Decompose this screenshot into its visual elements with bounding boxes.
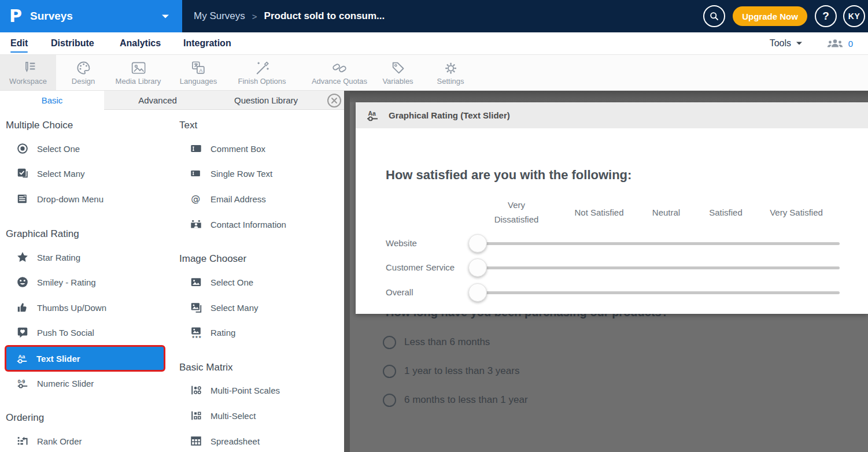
ribbon-item-workspace[interactable]: Workspace <box>0 55 56 90</box>
radio-button-icon[interactable] <box>383 336 396 349</box>
question-type-panel: BasicAdvancedQuestion Library Multiple C… <box>0 91 350 452</box>
question-type-thumbs-up-down[interactable]: Thumbs Up/Down <box>6 298 161 317</box>
question-type-contact-information[interactable]: Contact Information <box>179 214 334 234</box>
question-type-label: Star Rating <box>37 253 80 262</box>
menu-tab-analytics[interactable]: Analytics <box>120 32 161 54</box>
text-slider-icon: Aa <box>16 352 28 365</box>
question-type-multi-select[interactable]: Multi-Select <box>179 406 334 425</box>
panel-tab-basic[interactable]: Basic <box>0 91 104 110</box>
ribbon-item-label: Advance Quotas <box>312 77 367 86</box>
top-bar: P Surveys My Surveys > Product sold to c… <box>0 0 868 32</box>
settings-gear-icon <box>443 60 458 75</box>
preview-card-title: Graphical Rating (Text Slider) <box>389 110 510 120</box>
section-header-basic-matrix: Basic Matrix <box>179 361 233 375</box>
image-rating-icon: ★★★ <box>190 326 202 339</box>
breadcrumb-separator: > <box>252 12 257 21</box>
section-header-graphical-rating: Graphical Rating <box>6 227 79 241</box>
question-type-single-row-text[interactable]: Single Row Text <box>179 164 334 183</box>
matrix-points-icon <box>190 384 202 397</box>
slider-handle[interactable] <box>468 283 487 302</box>
workspace-icon <box>21 60 36 75</box>
question-type-smiley-rating[interactable]: Smiley - Rating <box>6 272 161 292</box>
ribbon-item-variables[interactable]: Variables <box>376 55 419 90</box>
ribbon-item-media-library[interactable]: Media Library <box>110 55 167 90</box>
ribbon-item-advance-quotas[interactable]: Advance Quotas <box>306 55 373 90</box>
breadcrumb-parent-link[interactable]: My Surveys <box>194 10 245 22</box>
section-header-text: Text <box>179 118 197 132</box>
panel-close-button[interactable] <box>326 92 342 109</box>
question-type-multi-point-scales[interactable]: Multi-Point Scales <box>179 380 334 400</box>
finish-options-wand-icon <box>254 60 269 75</box>
text-slider-icon: Aa <box>365 109 379 123</box>
text-slider-icon: Aa <box>365 109 379 123</box>
question-type-label: Select Many <box>37 169 85 179</box>
slider-handle[interactable] <box>468 258 487 277</box>
ribbon-item-design[interactable]: Design <box>66 55 101 90</box>
upgrade-now-button[interactable]: Upgrade Now <box>733 6 807 26</box>
question-type-select-one[interactable]: Select One <box>6 139 161 158</box>
question-type-push-to-social[interactable]: Push To Social <box>6 323 161 342</box>
breadcrumb-current-title: Product sold to consum... <box>264 10 385 22</box>
radio-icon <box>16 142 29 155</box>
svg-text:★★★: ★★★ <box>191 335 201 339</box>
radio-button-icon[interactable] <box>383 394 396 407</box>
radio-button-icon[interactable] <box>383 365 396 378</box>
ribbon-item-label: Workspace <box>9 77 47 86</box>
slider-row-website: Website <box>356 234 868 253</box>
question-type-rank-order[interactable]: Rank Order <box>6 431 161 451</box>
scale-label-neutral: Neutral <box>634 198 698 227</box>
preview-question-text: How satisfied are you with the following… <box>386 168 631 183</box>
collaborators-indicator[interactable]: 0 <box>826 32 853 54</box>
ribbon-item-label: Settings <box>437 77 464 86</box>
image-stack-icon <box>190 301 202 314</box>
menu-tab-integration[interactable]: Integration <box>183 32 231 54</box>
tools-label: Tools <box>770 38 791 49</box>
search-button[interactable] <box>703 5 725 27</box>
scale-label-not-satisfied: Not Satisfied <box>567 198 631 227</box>
question-type-star-rating[interactable]: Star Rating <box>6 247 161 267</box>
question-type-text-slider[interactable]: AaText Slider <box>5 345 165 372</box>
background-question-clipped: How long have you been purchasing our pr… <box>386 314 791 319</box>
question-type-select-many[interactable]: Select Many <box>179 298 334 317</box>
question-type-label: Contact Information <box>210 220 286 229</box>
product-switcher[interactable]: P Surveys <box>0 0 182 32</box>
comment-box-icon <box>190 142 202 155</box>
question-type-drop-down-menu[interactable]: Drop-down Menu <box>6 189 161 209</box>
ribbon-item-finish-options[interactable]: Finish Options <box>232 55 291 90</box>
panel-tab-question-library[interactable]: Question Library <box>211 91 321 110</box>
question-type-select-many[interactable]: Select Many <box>6 164 161 183</box>
question-type-label: Select One <box>37 144 80 154</box>
variables-tag-icon <box>390 60 405 75</box>
ribbon-item-settings[interactable]: Settings <box>431 55 470 90</box>
ribbon-item-label: Finish Options <box>238 77 286 86</box>
slider-track[interactable] <box>478 291 840 294</box>
slider-handle[interactable] <box>468 234 487 253</box>
tools-menu[interactable]: Tools <box>770 32 803 54</box>
menu-tab-edit[interactable]: Edit <box>10 32 28 54</box>
question-type-label: Smiley - Rating <box>37 277 96 287</box>
avatar-initials: KY <box>848 12 860 21</box>
slider-track[interactable] <box>478 242 840 245</box>
question-type-label: Email Address <box>210 194 266 204</box>
slider-track[interactable] <box>478 266 840 269</box>
question-type-spreadsheet[interactable]: Spreadsheet <box>179 431 334 451</box>
user-avatar[interactable]: KY <box>843 5 865 27</box>
help-button[interactable]: ? <box>815 5 837 27</box>
panel-tabs: BasicAdvancedQuestion Library <box>0 91 344 110</box>
close-icon <box>326 92 342 109</box>
question-type-rating[interactable]: ★★★Rating <box>179 323 334 342</box>
chevron-down-icon <box>161 14 169 20</box>
question-type-numeric-slider[interactable]: 0-9Numeric Slider <box>6 373 161 393</box>
menu-tab-distribute[interactable]: Distribute <box>51 32 94 54</box>
question-type-comment-box[interactable]: Comment Box <box>179 139 334 158</box>
panel-tab-advanced[interactable]: Advanced <box>104 91 211 110</box>
question-type-select-one[interactable]: Select One <box>179 272 334 292</box>
spreadsheet-icon <box>190 435 202 447</box>
ribbon-item-languages[interactable]: ALanguages <box>174 55 223 90</box>
numeric-slider-icon: 0-9 <box>16 377 29 390</box>
section-header-multiple-choice: Multiple Choice <box>6 118 73 132</box>
image-single-icon <box>190 276 202 288</box>
question-type-email-address[interactable]: @Email Address <box>179 189 334 209</box>
question-type-label: Drop-down Menu <box>37 194 104 204</box>
media-library-icon <box>131 60 146 75</box>
